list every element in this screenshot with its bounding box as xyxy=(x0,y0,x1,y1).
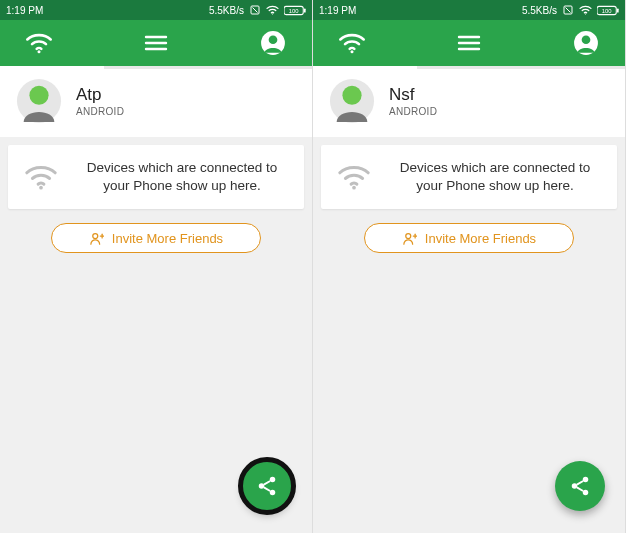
profile-icon xyxy=(573,30,599,56)
tab-menu[interactable] xyxy=(141,28,171,58)
wifi-icon xyxy=(266,5,279,15)
status-bar: 1:19 PM 5.5KB/s 100 xyxy=(313,0,625,20)
phone-screen: 1:19 PM 5.5KB/s 100 Nsf ANDROID Devi xyxy=(313,0,626,533)
svg-point-20 xyxy=(270,490,276,496)
share-fab[interactable] xyxy=(242,461,292,511)
svg-point-41 xyxy=(583,490,589,496)
wifi-icon xyxy=(25,32,53,54)
tab-wifi[interactable] xyxy=(24,28,54,58)
svg-point-39 xyxy=(583,477,589,483)
svg-point-18 xyxy=(270,477,276,483)
tab-menu[interactable] xyxy=(454,28,484,58)
svg-point-34 xyxy=(342,86,361,105)
invite-label: Invite More Friends xyxy=(112,231,223,246)
tab-profile[interactable] xyxy=(258,28,288,58)
empty-devices-card: Devices which are connected to your Phon… xyxy=(8,145,304,209)
svg-point-19 xyxy=(259,483,265,489)
user-row: Nsf ANDROID xyxy=(313,69,625,137)
user-platform: ANDROID xyxy=(76,106,124,117)
empty-message: Devices which are connected to your Phon… xyxy=(76,159,288,195)
svg-point-40 xyxy=(572,483,578,489)
status-bar: 1:19 PM 5.5KB/s 100 xyxy=(0,0,312,20)
svg-point-11 xyxy=(269,35,278,44)
status-right: 5.5KB/s 100 xyxy=(209,4,306,16)
no-sim-icon xyxy=(562,4,574,16)
app-header xyxy=(313,20,625,66)
share-icon xyxy=(256,475,278,497)
share-icon xyxy=(569,475,591,497)
invite-friends-button[interactable]: Invite More Friends xyxy=(51,223,261,253)
svg-point-14 xyxy=(39,186,43,190)
svg-point-15 xyxy=(93,233,98,238)
hamburger-icon xyxy=(144,34,168,52)
share-fab[interactable] xyxy=(555,461,605,511)
svg-line-22 xyxy=(566,8,571,13)
svg-point-32 xyxy=(582,35,591,44)
invite-wrap: Invite More Friends xyxy=(321,223,617,253)
wifi-icon xyxy=(24,164,58,190)
add-user-icon xyxy=(402,231,417,246)
user-name: Nsf xyxy=(389,85,437,105)
status-time: 1:19 PM xyxy=(319,5,356,16)
invite-wrap: Invite More Friends xyxy=(8,223,304,253)
no-sim-icon xyxy=(249,4,261,16)
svg-rect-25 xyxy=(617,8,619,12)
wifi-icon xyxy=(338,32,366,54)
tab-wifi[interactable] xyxy=(337,28,367,58)
svg-point-2 xyxy=(272,14,273,15)
app-header xyxy=(0,20,312,66)
empty-devices-card: Devices which are connected to your Phon… xyxy=(321,145,617,209)
svg-point-23 xyxy=(585,14,586,15)
svg-point-27 xyxy=(350,50,353,53)
svg-rect-4 xyxy=(304,8,306,12)
status-right: 5.5KB/s 100 xyxy=(522,4,619,16)
phone-screen: 1:19 PM 5.5KB/s 100 Atp ANDROID Devi xyxy=(0,0,313,533)
status-net-speed: 5.5KB/s xyxy=(522,5,557,16)
svg-point-13 xyxy=(29,86,48,105)
svg-point-35 xyxy=(352,186,356,190)
invite-friends-button[interactable]: Invite More Friends xyxy=(364,223,574,253)
profile-icon xyxy=(260,30,286,56)
user-text: Nsf ANDROID xyxy=(389,85,437,117)
svg-text:100: 100 xyxy=(602,7,612,13)
user-text: Atp ANDROID xyxy=(76,85,124,117)
wifi-icon xyxy=(337,164,371,190)
tab-profile[interactable] xyxy=(571,28,601,58)
svg-point-6 xyxy=(37,50,40,53)
status-net-speed: 5.5KB/s xyxy=(209,5,244,16)
svg-text:100: 100 xyxy=(289,7,299,13)
user-row: Atp ANDROID xyxy=(0,69,312,137)
user-avatar-icon xyxy=(16,78,62,124)
battery-icon: 100 xyxy=(284,5,306,16)
add-user-icon xyxy=(89,231,104,246)
user-platform: ANDROID xyxy=(389,106,437,117)
svg-line-1 xyxy=(253,8,258,13)
wifi-icon xyxy=(579,5,592,15)
status-time: 1:19 PM xyxy=(6,5,43,16)
battery-icon: 100 xyxy=(597,5,619,16)
invite-label: Invite More Friends xyxy=(425,231,536,246)
empty-message: Devices which are connected to your Phon… xyxy=(389,159,601,195)
hamburger-icon xyxy=(457,34,481,52)
user-name: Atp xyxy=(76,85,124,105)
svg-point-36 xyxy=(406,233,411,238)
user-avatar-icon xyxy=(329,78,375,124)
